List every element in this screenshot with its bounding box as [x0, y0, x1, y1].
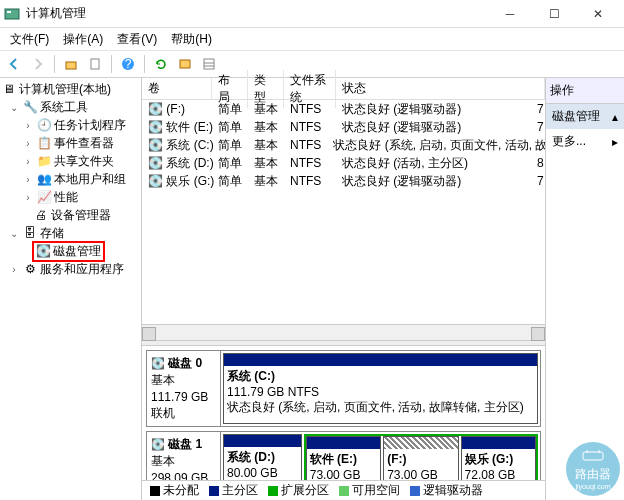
users-icon: 👥 [37, 172, 51, 186]
tree-perf[interactable]: 性能 [54, 189, 78, 206]
app-icon [4, 6, 20, 22]
tools-icon: 🔧 [23, 100, 37, 114]
disk-0-info: 💽 磁盘 0 基本111.79 GB联机 [147, 351, 221, 426]
volume-header: 卷 布局 类型 文件系统 状态 [142, 78, 545, 100]
partition-d[interactable]: 系统 (D:)80.00 GB NTFS状态良好 (活动, [223, 434, 302, 480]
menu-view[interactable]: 查看(V) [111, 29, 163, 50]
svg-rect-6 [180, 60, 190, 68]
disk-1[interactable]: 💽 磁盘 1 基本298.09 GB联机 系统 (D:)80.00 GB NTF… [146, 431, 541, 480]
watermark: 路由器 jiyouqi.com [566, 442, 620, 496]
menu-action[interactable]: 操作(A) [57, 29, 109, 50]
actions-panel: 操作 磁盘管理▴ 更多...▸ [546, 78, 624, 500]
svg-rect-3 [91, 59, 99, 69]
expand-icon[interactable]: › [22, 156, 34, 167]
forward-button[interactable] [28, 54, 48, 74]
services-icon: ⚙ [23, 262, 37, 276]
storage-icon: 🗄 [23, 226, 37, 240]
partition-g[interactable]: 娱乐 (G:)72.08 GB NTF状态良好 (逻辑 [461, 436, 536, 480]
help-button[interactable]: ? [118, 54, 138, 74]
maximize-button[interactable]: ☐ [532, 0, 576, 28]
disk-icon: 💽 磁盘 1 [151, 436, 216, 453]
refresh-button[interactable] [151, 54, 171, 74]
props-button[interactable] [85, 54, 105, 74]
clock-icon: 🕘 [37, 118, 51, 132]
tree-systools[interactable]: 系统工具 [40, 99, 88, 116]
volume-row[interactable]: 💽 (F:)简单基本NTFS状态良好 (逻辑驱动器)7 [142, 100, 545, 118]
expand-icon[interactable]: › [22, 192, 34, 203]
tree-users[interactable]: 本地用户和组 [54, 171, 126, 188]
svg-rect-1 [7, 11, 11, 13]
close-button[interactable]: ✕ [576, 0, 620, 28]
tree-event[interactable]: 事件查看器 [54, 135, 114, 152]
caret-right-icon: ▸ [612, 135, 618, 149]
disk-icon: 💽 磁盘 0 [151, 355, 216, 372]
extended-partition: 软件 (E:)73.00 GB NTF状态良好 (逻辑 (F:)73.00 GB… [304, 434, 538, 480]
svg-text:?: ? [125, 57, 132, 71]
main-panel: 卷 布局 类型 文件系统 状态 💽 (F:)简单基本NTFS状态良好 (逻辑驱动… [142, 78, 546, 500]
svg-rect-10 [583, 452, 603, 460]
device-icon: 🖨 [34, 208, 48, 222]
actions-header: 操作 [546, 78, 624, 104]
up-button[interactable] [61, 54, 81, 74]
svg-rect-2 [66, 62, 76, 69]
tree-root[interactable]: 计算机管理(本地) [19, 81, 111, 98]
folder-icon: 📁 [37, 154, 51, 168]
horizontal-scrollbar[interactable] [142, 324, 545, 340]
partition-c[interactable]: 系统 (C:)111.79 GB NTFS状态良好 (系统, 启动, 页面文件,… [223, 353, 538, 424]
actions-more[interactable]: 更多...▸ [546, 129, 624, 154]
window-title: 计算机管理 [26, 5, 488, 22]
menu-help[interactable]: 帮助(H) [165, 29, 218, 50]
expand-icon[interactable]: › [22, 138, 34, 149]
partition-e[interactable]: 软件 (E:)73.00 GB NTF状态良好 (逻辑 [306, 436, 381, 480]
col-status[interactable]: 状态 [336, 78, 545, 99]
back-button[interactable] [4, 54, 24, 74]
volume-list[interactable]: 💽 (F:)简单基本NTFS状态良好 (逻辑驱动器)7💽 软件 (E:)简单基本… [142, 100, 545, 190]
event-icon: 📋 [37, 136, 51, 150]
collapse-icon[interactable]: ⌄ [8, 228, 20, 239]
minimize-button[interactable]: ─ [488, 0, 532, 28]
expand-icon[interactable]: › [22, 120, 34, 131]
volume-row[interactable]: 💽 系统 (D:)简单基本NTFS状态良好 (活动, 主分区)8 [142, 154, 545, 172]
volume-row[interactable]: 💽 系统 (C:)简单基本NTFS状态良好 (系统, 启动, 页面文件, 活动,… [142, 136, 545, 154]
partition-f[interactable]: (F:)73.00 GB NTF状态良好 (逻辑 [383, 436, 458, 480]
disk-area: 💽 磁盘 0 基本111.79 GB联机 系统 (C:)111.79 GB NT… [142, 346, 545, 480]
expand-icon[interactable]: › [8, 264, 20, 275]
menu-file[interactable]: 文件(F) [4, 29, 55, 50]
tree-services[interactable]: 服务和应用程序 [40, 261, 124, 278]
disk-1-info: 💽 磁盘 1 基本298.09 GB联机 [147, 432, 221, 480]
computer-icon: 🖥 [2, 82, 16, 96]
svg-rect-7 [204, 59, 214, 69]
svg-rect-0 [5, 9, 19, 19]
expand-icon[interactable]: › [22, 174, 34, 185]
col-volume[interactable]: 卷 [142, 78, 212, 99]
nav-tree[interactable]: 🖥计算机管理(本地) ⌄🔧系统工具 ›🕘任务计划程序 ›📋事件查看器 ›📁共享文… [0, 78, 142, 500]
caret-up-icon: ▴ [612, 110, 618, 124]
disk-0[interactable]: 💽 磁盘 0 基本111.79 GB联机 系统 (C:)111.79 GB NT… [146, 350, 541, 427]
volume-row[interactable]: 💽 娱乐 (G:)简单基本NTFS状态良好 (逻辑驱动器)7 [142, 172, 545, 190]
view-button[interactable] [175, 54, 195, 74]
tree-task[interactable]: 任务计划程序 [54, 117, 126, 134]
titlebar: 计算机管理 ─ ☐ ✕ [0, 0, 624, 28]
actions-diskmgmt[interactable]: 磁盘管理▴ [546, 104, 624, 129]
tree-devmgr[interactable]: 设备管理器 [51, 207, 111, 224]
collapse-icon[interactable]: ⌄ [8, 102, 20, 113]
menubar: 文件(F) 操作(A) 查看(V) 帮助(H) [0, 28, 624, 50]
tree-share[interactable]: 共享文件夹 [54, 153, 114, 170]
tree-diskmgmt-selected[interactable]: 💽 磁盘管理 [32, 241, 105, 262]
disk-icon: 💽 [36, 244, 50, 258]
legend: 未分配 主分区 扩展分区 可用空间 逻辑驱动器 [142, 480, 545, 500]
tree-storage[interactable]: 存储 [40, 225, 64, 242]
volume-row[interactable]: 💽 软件 (E:)简单基本NTFS状态良好 (逻辑驱动器)7 [142, 118, 545, 136]
perf-icon: 📈 [37, 190, 51, 204]
